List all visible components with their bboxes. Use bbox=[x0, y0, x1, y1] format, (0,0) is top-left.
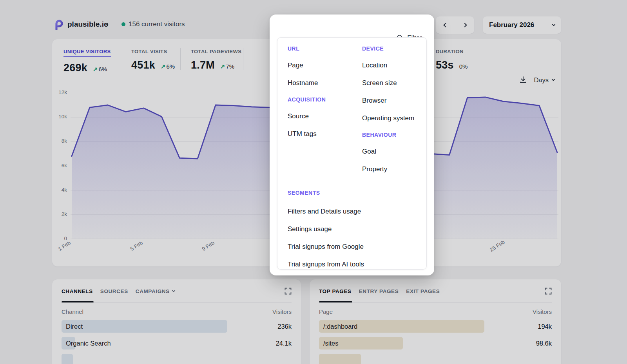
metric-total-pageviews[interactable]: TOTAL PAGEVIEWS1.7M↗7% bbox=[191, 49, 241, 71]
y-tick-label: 8k bbox=[53, 138, 67, 144]
site-switcher[interactable]: plausible.io bbox=[67, 20, 109, 29]
tab-chevron-icon bbox=[172, 289, 175, 292]
filter-section-title: ACQUISITION bbox=[288, 92, 352, 107]
table-row[interactable]: /:dashboard 194k bbox=[319, 320, 552, 333]
filter-menu-panel: URLPageHostnameACQUISITIONSourceUTM tags… bbox=[277, 37, 427, 270]
filter-item-browser[interactable]: Browser bbox=[362, 92, 426, 109]
x-tick-label: 1 Feb bbox=[57, 240, 72, 252]
x-tick-label: 5 Feb bbox=[129, 240, 143, 252]
date-nav-group bbox=[436, 16, 474, 34]
filter-section-title: URL bbox=[288, 41, 352, 56]
metric-value: 1.7M bbox=[191, 59, 215, 71]
table-tab-row: CHANNELS SOURCES CAMPAIGNS bbox=[62, 288, 292, 295]
filter-item-goal[interactable]: Goal bbox=[362, 143, 426, 160]
table-rows: /:dashboard 194k /sites 98.6k bbox=[319, 320, 552, 364]
metric-change: ↗6% bbox=[161, 63, 175, 70]
metric-label: UNIQUE VISITORS bbox=[63, 49, 111, 57]
metric-value: 53s bbox=[436, 59, 454, 71]
active-tab-underline bbox=[62, 301, 94, 302]
segment-item[interactable]: Filters and Details usage bbox=[288, 203, 426, 220]
metric-label: DURATION bbox=[436, 49, 468, 54]
row-value: 24.1k bbox=[276, 337, 292, 350]
filter-column: DEVICELocationScreen sizeBrowserOperatin… bbox=[352, 38, 426, 178]
table-tab-row: TOP PAGES ENTRY PAGES EXIT PAGES bbox=[319, 288, 552, 295]
row-label: Organic Search bbox=[62, 337, 292, 350]
row-bar bbox=[62, 354, 73, 364]
row-bar bbox=[319, 354, 361, 364]
filter-item-hostname[interactable]: Hostname bbox=[288, 74, 352, 92]
active-tab-underline bbox=[319, 301, 352, 302]
interval-label: Days bbox=[534, 76, 549, 84]
y-tick-label: 4k bbox=[53, 187, 67, 193]
date-range-dropdown[interactable]: February 2026 bbox=[483, 16, 561, 34]
chart-tools: Days bbox=[519, 76, 555, 84]
y-tick-label: 2k bbox=[53, 211, 67, 217]
current-visitors-link[interactable]: 156 current visitors bbox=[129, 20, 185, 28]
metric-change: ↗6% bbox=[93, 66, 107, 73]
filter-item-property[interactable]: Property bbox=[362, 160, 426, 178]
segments-section-title: SEGMENTS bbox=[288, 183, 426, 203]
filter-item-operating-system[interactable]: Operating system bbox=[362, 109, 426, 127]
y-tick-label: 10k bbox=[53, 114, 67, 120]
filter-item-source[interactable]: Source bbox=[288, 107, 352, 125]
trend-up-icon: ↗ bbox=[93, 66, 98, 72]
filter-popover: Filter URLPageHostnameACQUISITIONSourceU… bbox=[270, 14, 434, 275]
metric-change: 0% bbox=[459, 63, 468, 70]
tab-campaigns[interactable]: CAMPAIGNS bbox=[136, 288, 175, 294]
metric-value: 269k bbox=[63, 62, 87, 74]
metric-value: 451k bbox=[131, 59, 155, 71]
metric-unique-visitors[interactable]: UNIQUE VISITORS269k↗6% bbox=[63, 49, 111, 74]
table-rows: Direct 236k Organic Search 24.1k bbox=[62, 320, 292, 364]
filter-column: URLPageHostnameACQUISITIONSourceUTM tags bbox=[277, 38, 352, 178]
prev-period-button[interactable] bbox=[443, 23, 448, 27]
filter-item-page[interactable]: Page bbox=[288, 56, 352, 74]
row-label: /sites bbox=[319, 337, 552, 350]
x-tick-label: 25 Feb bbox=[489, 239, 506, 253]
filter-item-screen-size[interactable]: Screen size bbox=[362, 74, 426, 92]
filter-item-utm-tags[interactable]: UTM tags bbox=[288, 125, 352, 143]
row-value: 236k bbox=[277, 320, 292, 333]
tab-channels[interactable]: CHANNELS bbox=[62, 288, 93, 294]
plausible-logo-icon bbox=[54, 19, 64, 30]
filter-section-title: DEVICE bbox=[362, 41, 426, 56]
table-column-headers: Channel Visitors bbox=[62, 308, 292, 315]
tab-divider bbox=[319, 302, 552, 302]
trend-up-icon: ↗ bbox=[161, 63, 166, 70]
next-period-button[interactable] bbox=[462, 23, 467, 27]
table-row[interactable]: /sites 98.6k bbox=[319, 337, 552, 350]
row-value: 98.6k bbox=[536, 337, 552, 350]
tab-entry-pages[interactable]: ENTRY PAGES bbox=[359, 288, 399, 294]
segment-item[interactable]: Settings usage bbox=[288, 220, 426, 238]
interval-chevron-icon bbox=[552, 78, 555, 81]
filter-item-location[interactable]: Location bbox=[362, 56, 426, 74]
expand-icon[interactable] bbox=[545, 288, 552, 295]
download-icon[interactable] bbox=[519, 76, 527, 84]
metric-total-visits[interactable]: TOTAL VISITS451k↗6% bbox=[131, 49, 175, 71]
tab-top-pages[interactable]: TOP PAGES bbox=[319, 288, 352, 294]
interval-dropdown[interactable]: Days bbox=[534, 76, 555, 84]
metric-duration[interactable]: DURATION53s0% bbox=[436, 49, 468, 71]
column-header-left: Page bbox=[319, 308, 333, 315]
table-row[interactable]: Organic Search 24.1k bbox=[62, 337, 292, 350]
x-tick-label: 9 Feb bbox=[201, 240, 216, 252]
table-row[interactable] bbox=[62, 354, 292, 364]
segment-item[interactable]: Trial signups from Google bbox=[288, 238, 426, 255]
row-label: Direct bbox=[62, 320, 292, 333]
table-column-headers: Page Visitors bbox=[319, 308, 552, 315]
expand-icon[interactable] bbox=[285, 288, 292, 295]
metric-label: TOTAL PAGEVIEWS bbox=[191, 49, 241, 54]
table-row[interactable]: Direct 236k bbox=[62, 320, 292, 333]
date-range-label: February 2026 bbox=[489, 21, 553, 29]
stat-divider bbox=[180, 48, 181, 70]
top-pages-card: TOP PAGES ENTRY PAGES EXIT PAGES Page Vi… bbox=[310, 279, 561, 364]
tab-divider bbox=[62, 302, 292, 302]
date-range-chevron-icon bbox=[552, 23, 555, 26]
tab-sources[interactable]: SOURCES bbox=[100, 288, 128, 294]
tab-exit-pages[interactable]: EXIT PAGES bbox=[406, 288, 440, 294]
y-tick-label: 12k bbox=[53, 89, 67, 95]
stat-divider bbox=[243, 48, 243, 70]
column-header-right: Visitors bbox=[272, 308, 292, 315]
table-row[interactable] bbox=[319, 354, 552, 364]
segment-item[interactable]: Trial signups from AI tools bbox=[288, 255, 426, 270]
stat-divider bbox=[121, 48, 121, 70]
